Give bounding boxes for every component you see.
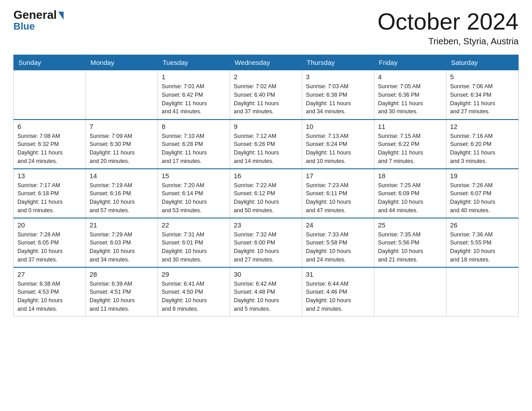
weekday-header: Sunday bbox=[14, 55, 86, 70]
logo-general: General bbox=[13, 9, 64, 21]
calendar-cell: 7Sunrise: 7:09 AM Sunset: 6:30 PM Daylig… bbox=[86, 120, 158, 169]
day-number: 31 bbox=[306, 270, 370, 278]
calendar-cell: 10Sunrise: 7:13 AM Sunset: 6:24 PM Dayli… bbox=[302, 120, 374, 169]
calendar-title: October 2024 bbox=[378, 9, 519, 34]
day-info: Sunrise: 6:39 AM Sunset: 4:51 PM Dayligh… bbox=[90, 280, 154, 313]
day-number: 14 bbox=[90, 172, 154, 180]
calendar-cell: 26Sunrise: 7:36 AM Sunset: 5:55 PM Dayli… bbox=[446, 218, 519, 267]
day-number: 18 bbox=[378, 172, 442, 180]
day-info: Sunrise: 7:22 AM Sunset: 6:12 PM Dayligh… bbox=[234, 181, 298, 215]
day-info: Sunrise: 7:03 AM Sunset: 6:38 PM Dayligh… bbox=[306, 82, 370, 116]
day-number: 17 bbox=[306, 172, 370, 180]
weekday-header: Tuesday bbox=[158, 55, 230, 70]
day-info: Sunrise: 7:26 AM Sunset: 6:07 PM Dayligh… bbox=[450, 181, 515, 215]
calendar-subtitle: Trieben, Styria, Austria bbox=[378, 36, 519, 47]
calendar-cell: 31Sunrise: 6:44 AM Sunset: 4:46 PM Dayli… bbox=[302, 267, 374, 317]
day-info: Sunrise: 7:33 AM Sunset: 5:58 PM Dayligh… bbox=[306, 231, 370, 264]
day-info: Sunrise: 7:15 AM Sunset: 6:22 PM Dayligh… bbox=[378, 132, 442, 166]
day-info: Sunrise: 7:06 AM Sunset: 6:34 PM Dayligh… bbox=[450, 82, 515, 116]
day-number: 11 bbox=[378, 123, 442, 130]
day-info: Sunrise: 7:36 AM Sunset: 5:55 PM Dayligh… bbox=[450, 231, 515, 264]
weekday-header: Monday bbox=[86, 55, 158, 70]
day-number: 20 bbox=[17, 221, 82, 229]
calendar-table: SundayMondayTuesdayWednesdayThursdayFrid… bbox=[13, 55, 519, 317]
day-number: 16 bbox=[234, 172, 298, 180]
calendar-week-row: 1Sunrise: 7:01 AM Sunset: 6:42 PM Daylig… bbox=[14, 70, 519, 120]
calendar-header: SundayMondayTuesdayWednesdayThursdayFrid… bbox=[14, 55, 519, 70]
day-info: Sunrise: 7:28 AM Sunset: 6:05 PM Dayligh… bbox=[17, 231, 82, 264]
calendar-cell: 27Sunrise: 6:38 AM Sunset: 4:53 PM Dayli… bbox=[14, 267, 86, 317]
day-number: 1 bbox=[162, 73, 226, 81]
day-number: 13 bbox=[17, 172, 82, 180]
day-info: Sunrise: 7:08 AM Sunset: 6:32 PM Dayligh… bbox=[17, 132, 82, 166]
logo-blue-text: Blue bbox=[13, 21, 35, 31]
day-number: 24 bbox=[306, 221, 370, 229]
logo-arrow-icon bbox=[58, 12, 64, 20]
day-info: Sunrise: 7:25 AM Sunset: 6:09 PM Dayligh… bbox=[378, 181, 442, 215]
day-number: 25 bbox=[378, 221, 442, 229]
day-info: Sunrise: 7:02 AM Sunset: 6:40 PM Dayligh… bbox=[234, 82, 298, 116]
day-info: Sunrise: 7:10 AM Sunset: 6:28 PM Dayligh… bbox=[162, 132, 226, 166]
day-number: 29 bbox=[162, 270, 226, 278]
day-number: 30 bbox=[234, 270, 298, 278]
day-info: Sunrise: 7:17 AM Sunset: 6:18 PM Dayligh… bbox=[17, 181, 82, 215]
calendar-cell: 30Sunrise: 6:42 AM Sunset: 4:48 PM Dayli… bbox=[230, 267, 302, 317]
calendar-week-row: 13Sunrise: 7:17 AM Sunset: 6:18 PM Dayli… bbox=[14, 169, 519, 218]
day-number: 28 bbox=[90, 270, 154, 278]
day-number: 9 bbox=[234, 123, 298, 130]
day-number: 12 bbox=[450, 123, 515, 130]
day-info: Sunrise: 7:09 AM Sunset: 6:30 PM Dayligh… bbox=[90, 132, 154, 166]
calendar-cell: 1Sunrise: 7:01 AM Sunset: 6:42 PM Daylig… bbox=[158, 70, 230, 120]
day-info: Sunrise: 7:31 AM Sunset: 6:01 PM Dayligh… bbox=[162, 231, 226, 264]
day-info: Sunrise: 7:12 AM Sunset: 6:26 PM Dayligh… bbox=[234, 132, 298, 166]
day-info: Sunrise: 7:23 AM Sunset: 6:11 PM Dayligh… bbox=[306, 181, 370, 215]
day-info: Sunrise: 7:35 AM Sunset: 5:56 PM Dayligh… bbox=[378, 231, 442, 264]
calendar-cell: 2Sunrise: 7:02 AM Sunset: 6:40 PM Daylig… bbox=[230, 70, 302, 120]
calendar-cell: 25Sunrise: 7:35 AM Sunset: 5:56 PM Dayli… bbox=[374, 218, 446, 267]
calendar-cell: 28Sunrise: 6:39 AM Sunset: 4:51 PM Dayli… bbox=[86, 267, 158, 317]
calendar-cell: 4Sunrise: 7:05 AM Sunset: 6:36 PM Daylig… bbox=[374, 70, 446, 120]
calendar-week-row: 27Sunrise: 6:38 AM Sunset: 4:53 PM Dayli… bbox=[14, 267, 519, 317]
calendar-cell: 9Sunrise: 7:12 AM Sunset: 6:26 PM Daylig… bbox=[230, 120, 302, 169]
day-number: 23 bbox=[234, 221, 298, 229]
calendar-cell: 24Sunrise: 7:33 AM Sunset: 5:58 PM Dayli… bbox=[302, 218, 374, 267]
calendar-cell bbox=[14, 70, 86, 120]
day-number: 10 bbox=[306, 123, 370, 130]
calendar-cell: 19Sunrise: 7:26 AM Sunset: 6:07 PM Dayli… bbox=[446, 169, 519, 218]
day-number: 26 bbox=[450, 221, 515, 229]
weekday-header: Friday bbox=[374, 55, 446, 70]
day-info: Sunrise: 7:19 AM Sunset: 6:16 PM Dayligh… bbox=[90, 181, 154, 215]
day-number: 21 bbox=[90, 221, 154, 229]
day-info: Sunrise: 7:20 AM Sunset: 6:14 PM Dayligh… bbox=[162, 181, 226, 215]
day-info: Sunrise: 6:38 AM Sunset: 4:53 PM Dayligh… bbox=[17, 280, 82, 313]
calendar-cell: 17Sunrise: 7:23 AM Sunset: 6:11 PM Dayli… bbox=[302, 169, 374, 218]
day-number: 3 bbox=[306, 73, 370, 81]
calendar-cell: 5Sunrise: 7:06 AM Sunset: 6:34 PM Daylig… bbox=[446, 70, 519, 120]
title-block: October 2024 Trieben, Styria, Austria bbox=[378, 9, 519, 47]
day-info: Sunrise: 7:13 AM Sunset: 6:24 PM Dayligh… bbox=[306, 132, 370, 166]
calendar-cell: 8Sunrise: 7:10 AM Sunset: 6:28 PM Daylig… bbox=[158, 120, 230, 169]
calendar-cell: 15Sunrise: 7:20 AM Sunset: 6:14 PM Dayli… bbox=[158, 169, 230, 218]
day-info: Sunrise: 7:01 AM Sunset: 6:42 PM Dayligh… bbox=[162, 82, 226, 116]
calendar-cell: 22Sunrise: 7:31 AM Sunset: 6:01 PM Dayli… bbox=[158, 218, 230, 267]
calendar-cell bbox=[86, 70, 158, 120]
day-info: Sunrise: 6:44 AM Sunset: 4:46 PM Dayligh… bbox=[306, 280, 370, 313]
calendar-cell: 13Sunrise: 7:17 AM Sunset: 6:18 PM Dayli… bbox=[14, 169, 86, 218]
calendar-cell: 3Sunrise: 7:03 AM Sunset: 6:38 PM Daylig… bbox=[302, 70, 374, 120]
day-number: 8 bbox=[162, 123, 226, 130]
day-number: 19 bbox=[450, 172, 515, 180]
calendar-cell: 6Sunrise: 7:08 AM Sunset: 6:32 PM Daylig… bbox=[14, 120, 86, 169]
calendar-cell bbox=[374, 267, 446, 317]
day-number: 22 bbox=[162, 221, 226, 229]
calendar-cell: 14Sunrise: 7:19 AM Sunset: 6:16 PM Dayli… bbox=[86, 169, 158, 218]
day-number: 6 bbox=[17, 123, 82, 130]
calendar-cell: 29Sunrise: 6:41 AM Sunset: 4:50 PM Dayli… bbox=[158, 267, 230, 317]
day-number: 2 bbox=[234, 73, 298, 81]
day-info: Sunrise: 7:16 AM Sunset: 6:20 PM Dayligh… bbox=[450, 132, 515, 166]
day-info: Sunrise: 6:42 AM Sunset: 4:48 PM Dayligh… bbox=[234, 280, 298, 313]
header: General Blue October 2024 Trieben, Styri… bbox=[13, 9, 519, 47]
weekday-header: Saturday bbox=[446, 55, 519, 70]
calendar-cell: 21Sunrise: 7:29 AM Sunset: 6:03 PM Dayli… bbox=[86, 218, 158, 267]
day-info: Sunrise: 7:05 AM Sunset: 6:36 PM Dayligh… bbox=[378, 82, 442, 116]
calendar-cell: 11Sunrise: 7:15 AM Sunset: 6:22 PM Dayli… bbox=[374, 120, 446, 169]
